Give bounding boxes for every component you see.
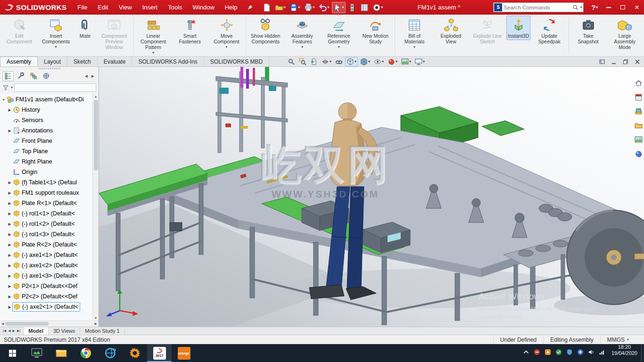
ribbon-bill-of-materials[interactable]: Bill of Materials▾ [396,16,432,50]
prev-tab-icon[interactable]: ◀ [8,329,10,333]
tree-filter-input[interactable] [14,83,96,92]
search-input[interactable] [504,5,571,10]
ribbon-large-assembly-mode[interactable]: Large Assembly Mode [607,16,643,51]
search-icon[interactable] [572,4,578,10]
expander-icon[interactable]: ▶ [7,108,12,112]
tree-item-axe1-3-default[interactable]: ▶(-) axe1<3> (Default< [0,271,92,281]
tree-item-f-table1-1-defaul[interactable]: ▶(f) Table1<1> (Defaul [0,177,92,188]
next-tab-icon[interactable]: ▶ [13,329,15,333]
maximize-button[interactable] [616,0,630,15]
apply-scene-button[interactable]: ▾ [400,57,413,66]
first-tab-icon[interactable]: |◀ [3,329,6,333]
pin-menu-icon[interactable] [247,4,253,10]
undo-button[interactable]: ▾ [317,2,331,13]
tree-item-plate-r-1-default[interactable]: ▶Plate R<1> (Default< [0,198,92,208]
taskbar-file-explorer[interactable] [49,344,74,362]
tab-scroll-buttons[interactable]: |◀ ◀ ▶ ▶| [0,327,24,335]
filter-icon[interactable] [2,84,9,91]
tab-assembly[interactable]: Assembly [0,57,38,66]
expander-icon[interactable]: ▶ [7,232,12,237]
design-library-tab[interactable] [635,107,643,117]
scroll-thumb[interactable] [5,322,49,326]
tree-item-origin[interactable]: Origin [0,167,92,177]
hide-show-items-button[interactable]: ▾ [372,57,385,66]
featuremanager-tab[interactable] [2,71,14,81]
last-tab-icon[interactable]: ▶| [17,329,20,333]
tree-horizontal-scrollbar[interactable]: ◀ ▶ [0,321,99,327]
expander-icon[interactable]: ▶ [7,263,12,268]
scroll-up-icon[interactable]: ▲ [93,93,99,99]
zoom-to-area-button[interactable] [297,57,308,66]
taskbar-orange[interactable]: orange [172,344,196,362]
tree-item-rol1-1-default[interactable]: ▶(-) rol1<1> (Default< [0,208,92,219]
taskbar-clock[interactable]: 18:20 19/04/2020 [608,344,641,362]
show-desktop-button[interactable] [641,344,644,362]
tree-item-rol1-3-default[interactable]: ▶(-) rol1<3> (Default< [0,229,92,239]
close-button[interactable]: × [630,0,644,15]
start-button[interactable] [0,344,25,362]
display-style-button[interactable]: ▾ [359,57,372,66]
appearances-scenes-tab[interactable] [635,150,643,160]
menu-help[interactable]: Help [220,0,243,15]
view-settings-button[interactable]: ▾ [413,57,426,66]
print-button[interactable]: ▾ [303,2,316,13]
file-explorer-pane-tab[interactable] [635,122,643,132]
expander-icon[interactable]: ▶ [7,201,12,206]
tree-item-fm1-support-rouleaux[interactable]: ▶FM1 support rouleaux [0,188,92,198]
menu-file[interactable]: File [72,0,92,15]
tab-sketch[interactable]: Sketch [67,57,98,66]
dynamic-annotation-views-button[interactable] [334,57,344,66]
ribbon-exploded-view[interactable]: Exploded View [433,16,469,46]
menu-window[interactable]: Window [188,0,220,15]
menu-view[interactable]: View [114,0,137,15]
doc-close-icon[interactable] [635,59,640,65]
ribbon-explode-line-sketch[interactable]: Explode Line Sketch [470,16,505,46]
expander-icon[interactable]: ▶ [7,284,12,288]
expander-icon[interactable]: ▾ [1,98,6,102]
ribbon-edit-component[interactable]: Edit Component [1,16,37,46]
tree-item-axe2-1-default[interactable]: ▶(-) axe2<1> (Default< [0,302,92,312]
tab-layout[interactable]: Layout [38,57,67,66]
tree-item-annotations[interactable]: ▶Annotations [0,125,92,136]
tab-solidworks-add-ins[interactable]: SOLIDWORKS Add-Ins [132,57,204,66]
edit-appearance-button[interactable]: ▾ [386,57,399,66]
scroll-right-icon[interactable]: ▶ [91,74,94,78]
tree-item-rol1-2-default[interactable]: ▶(-) rol1<2> (Default< [0,219,92,229]
scroll-left-icon[interactable]: ◀ [1,322,4,326]
tree-root-fm1v1-assem-default-di[interactable]: ▾FM1v1 assem (Default<Di [0,94,92,105]
ribbon-update-speedpak[interactable]: Update Speedpak [531,16,567,46]
taskbar-chrome[interactable] [74,344,98,362]
dock-pane-icon[interactable] [599,59,605,65]
panel-splitter[interactable] [0,67,99,70]
taskbar-solidworks-2017[interactable]: 2017 [147,344,172,362]
tab-evaluate[interactable]: Evaluate [98,57,132,66]
taskbar-app-window[interactable] [25,344,49,362]
rebuild-button[interactable] [347,2,358,13]
menu-tools[interactable]: Tools [163,0,187,15]
tray-icon-1[interactable] [534,349,540,357]
tray-icon-4[interactable] [577,349,584,357]
ribbon-assembly-features[interactable]: Assembly Features▾ [284,16,320,50]
tree-vertical-scrollbar[interactable]: ▲ ▼ [92,93,99,321]
options-gear-button[interactable]: ▾ [371,2,385,13]
save-button[interactable]: ▾ [288,2,302,13]
tree-item-front-plane[interactable]: Front Plane [0,136,92,146]
expander-icon[interactable]: ▶ [7,295,12,299]
model-canvas[interactable] [99,67,644,327]
file-properties-button[interactable] [359,2,370,13]
view-palette-tab[interactable] [635,136,643,146]
scroll-thumb[interactable] [94,100,98,171]
section-view-button[interactable]: ▾ [320,57,333,66]
ribbon-move-component[interactable]: Move Component▾ [209,16,245,50]
graphics-area[interactable]: 屹双网 WWW.YSH3D.COM Activer Windows Accéde… [99,67,644,327]
tray-icon-3[interactable] [555,349,562,357]
volume[interactable] [588,349,594,357]
help-button[interactable]: ?▾ [587,4,602,11]
ribbon-new-motion-study[interactable]: New Motion Study [358,16,394,46]
expander-icon[interactable]: ▶ [7,191,12,195]
tree-item-plate-r-2-default[interactable]: ▶Plate R<2> (Default< [0,239,92,250]
tray-icon-2[interactable] [545,349,551,357]
zoom-to-fit-button[interactable] [286,57,297,66]
previous-view-button[interactable] [309,57,319,66]
expander-icon[interactable]: ▶ [7,129,12,133]
